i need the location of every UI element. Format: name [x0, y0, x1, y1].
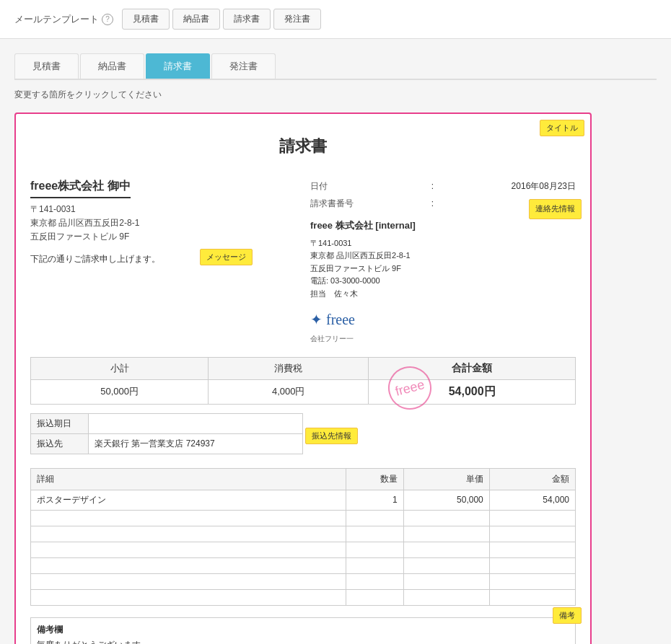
item-price-2[interactable]	[403, 526, 489, 542]
date-label: 日付	[310, 179, 426, 195]
date-value: 2016年08月23日	[439, 179, 576, 195]
label-title-tag[interactable]: タイトル	[540, 120, 584, 136]
invoice-no-label: 請求書番号	[310, 196, 426, 212]
tab-invoice[interactable]: 請求書	[146, 53, 210, 79]
col-header-qty: 数量	[346, 468, 403, 490]
item-price-6[interactable]	[403, 589, 489, 605]
item-detail-3[interactable]	[31, 542, 346, 557]
item-amount-4[interactable]	[489, 557, 575, 573]
nav-btn-order[interactable]: 発注書	[273, 9, 321, 30]
nav-btn-delivery[interactable]: 納品書	[172, 9, 220, 30]
issuer-info: 連絡先情報 日付 : 2016年08月23日 請求書番号 : 1 freee 株…	[296, 179, 576, 345]
nav-btn-estimate[interactable]: 見積書	[122, 9, 170, 30]
item-detail-5[interactable]	[31, 573, 346, 589]
payment-section: 振込先情報 振込期日 振込先 楽天銀行 第一営業支店 724937	[30, 413, 576, 466]
issuer-manager: 担当 佐々木	[310, 288, 576, 301]
tax-header: 消費税	[209, 357, 369, 379]
item-qty-0[interactable]: 1	[346, 490, 403, 510]
issuer-phone: 電話: 03-3000-0000	[310, 275, 576, 288]
item-price-1[interactable]	[403, 510, 489, 526]
col-header-detail: 詳細	[31, 468, 346, 490]
subtotal-header: 小計	[31, 357, 209, 379]
customer-name[interactable]: freee株式会社 御中	[30, 179, 131, 198]
signature-sub: 会社フリー一	[310, 332, 576, 345]
issuer-address1: 東京都 品川区西五反田2-8-1	[310, 250, 576, 263]
item-price-5[interactable]	[403, 573, 489, 589]
nav-btn-invoice[interactable]: 請求書	[223, 9, 271, 30]
main-content: 見積書 納品書 請求書 発注書 変更する箇所をクリックしてください タイトル 請…	[0, 39, 671, 644]
label-notes-tag[interactable]: 備考	[553, 607, 582, 624]
top-nav: メールテンプレート ? 見積書 納品書 請求書 発注書	[0, 0, 671, 39]
item-qty-3[interactable]	[346, 542, 403, 557]
label-message-tag[interactable]: メッセージ	[200, 249, 253, 265]
destination-label: 振込先	[31, 433, 89, 454]
issuer-company-name: freee 株式会社 [internal]	[310, 217, 576, 234]
item-amount-3[interactable]	[489, 542, 575, 557]
notes-content[interactable]: 備考欄 毎度ありがとうございます。	[30, 617, 576, 644]
issuer-address: 〒141-0031 東京都 品川区西五反田2-8-1 五反田ファーストビル 9F…	[310, 237, 576, 301]
item-detail-0[interactable]: ポスターデザイン	[31, 490, 346, 510]
document-header: freee株式会社 御中 〒141-0031 東京都 品川区西五反田2-8-1 …	[30, 179, 576, 345]
top-nav-buttons: 見積書 納品書 請求書 発注書	[122, 9, 321, 30]
label-payment-tag[interactable]: 振込先情報	[305, 428, 358, 444]
notes-section: 備考 備考欄 毎度ありがとうございます。	[30, 617, 576, 644]
message-text[interactable]: 下記の通りご請求申し上げます。	[30, 253, 296, 265]
item-amount-6[interactable]	[489, 589, 575, 605]
tab-order[interactable]: 発注書	[211, 53, 276, 79]
summary-table: 小計 消費税 合計金額 50,000円 4,000円 54,000円	[30, 357, 576, 405]
item-detail-4[interactable]	[31, 557, 346, 573]
customer-address1: 東京都 品川区西五反田2-8-1	[30, 216, 296, 230]
item-price-0[interactable]: 50,000	[403, 490, 489, 510]
item-detail-2[interactable]	[31, 526, 346, 542]
date-colon: :	[429, 179, 436, 195]
col-header-amount: 金額	[489, 468, 575, 490]
item-qty-1[interactable]	[346, 510, 403, 526]
item-qty-6[interactable]	[346, 589, 403, 605]
mail-template-label: メールテンプレート	[14, 13, 99, 26]
signature: ✦ freee	[310, 306, 576, 332]
tab-delivery[interactable]: 納品書	[80, 53, 144, 79]
item-detail-6[interactable]	[31, 589, 346, 605]
due-date-value[interactable]	[89, 413, 303, 433]
issuer-postal: 〒141-0031	[310, 237, 576, 250]
due-date-label: 振込期日	[31, 413, 89, 433]
notes-title: 備考欄	[37, 624, 569, 636]
item-amount-0[interactable]: 54,000	[489, 490, 575, 510]
customer-address2: 五反田ファーストビル 9F	[30, 230, 296, 244]
item-qty-2[interactable]	[346, 526, 403, 542]
label-contact-tag[interactable]: 連絡先情報	[529, 199, 582, 219]
destination-value[interactable]: 楽天銀行 第一営業支店 724937	[89, 433, 303, 454]
instruction-text: 変更する箇所をクリックしてください	[14, 89, 657, 101]
customer-address: 〒141-0031 東京都 品川区西五反田2-8-1 五反田ファーストビル 9F	[30, 203, 296, 244]
subtotal-value: 50,000円	[31, 379, 209, 404]
help-icon[interactable]: ?	[102, 14, 113, 25]
invoice-no-colon: :	[429, 196, 436, 212]
item-qty-4[interactable]	[346, 557, 403, 573]
customer-postal: 〒141-0031	[30, 203, 296, 216]
item-detail-1[interactable]	[31, 510, 346, 526]
tab-bar: 見積書 納品書 請求書 発注書	[14, 53, 657, 80]
item-amount-2[interactable]	[489, 526, 575, 542]
signature-text: ✦ freee	[310, 312, 355, 327]
items-table: 詳細 数量 単価 金額 ポスターデザイン150,00054,000	[30, 468, 576, 606]
item-amount-5[interactable]	[489, 573, 575, 589]
payment-table: 振込期日 振込先 楽天銀行 第一営業支店 724937	[30, 413, 303, 454]
item-price-3[interactable]	[403, 542, 489, 557]
tab-estimate[interactable]: 見積書	[14, 53, 79, 79]
tax-value: 4,000円	[209, 379, 369, 404]
document-preview: タイトル 請求書 freee株式会社 御中 〒141-0031 東京都 品川区西…	[14, 113, 592, 644]
issuer-address2: 五反田ファーストビル 9F	[310, 263, 576, 275]
col-header-price: 単価	[403, 468, 489, 490]
item-qty-5[interactable]	[346, 573, 403, 589]
stamp-text: freee	[392, 373, 427, 403]
notes-text: 毎度ありがとうございます。	[37, 639, 569, 644]
customer-info: freee株式会社 御中 〒141-0031 東京都 品川区西五反田2-8-1 …	[30, 179, 296, 345]
item-price-4[interactable]	[403, 557, 489, 573]
document-title[interactable]: 請求書	[30, 128, 576, 164]
item-amount-1[interactable]	[489, 510, 575, 526]
top-nav-label: メールテンプレート ?	[14, 13, 113, 26]
